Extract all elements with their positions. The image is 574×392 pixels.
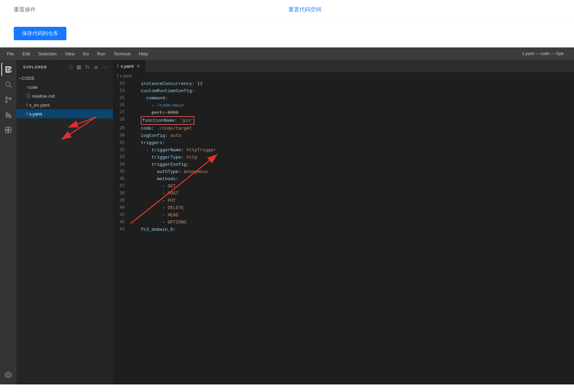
- code-line-42: 42 - OPTIONS: [113, 219, 574, 226]
- reset-link[interactable]: 重置代码空间: [50, 6, 560, 13]
- menu-edit[interactable]: Edit: [19, 50, 33, 58]
- code-line-31: 31 triggers:: [113, 139, 574, 146]
- file-s-en-yaml-label: s_en.yaml: [29, 102, 113, 108]
- svg-point-2: [6, 82, 10, 87]
- save-button[interactable]: 保存代码到仓库: [14, 27, 66, 40]
- menu-selection[interactable]: Selection: [35, 50, 60, 58]
- code-line-28: 28 functionName: 'gin': [113, 116, 574, 125]
- tree-file-s-yaml[interactable]: ! s.yaml: [17, 109, 113, 118]
- window-title: s.yaml — code — Ope: [522, 51, 571, 56]
- file-tree: ▾ CODE › code ⓘ readme.md ! s_en.yaml: [17, 73, 113, 384]
- code-line-41: 41 - HEAD: [113, 211, 574, 219]
- file-readme-label: readme.md: [32, 94, 113, 99]
- svg-point-5: [6, 101, 8, 103]
- code-line-38: 38 - POST: [113, 190, 574, 197]
- editor-area: ! s.yaml ✕ ! s.yaml 23 instanceConcurren…: [113, 60, 574, 384]
- vscode-container: File Edit Selection View Go Run Terminal…: [0, 47, 574, 384]
- sidebar: EXPLORER □ ▦ ↻ ≣ ⋯ ▾ CODE › code: [17, 60, 113, 384]
- menu-view[interactable]: View: [62, 50, 78, 58]
- menu-terminal[interactable]: Terminal: [110, 50, 134, 58]
- run-debug-icon[interactable]: [1, 108, 15, 122]
- menu-bar: File Edit Selection View Go Run Terminal…: [0, 47, 574, 60]
- new-file-icon[interactable]: □: [68, 63, 73, 71]
- code-line-24: 24 customRuntimeConfig:: [113, 87, 574, 95]
- breadcrumb-label: s.yaml: [120, 74, 132, 78]
- chevron-right-icon: ›: [26, 85, 27, 89]
- code-line-39: 39 - PUT: [113, 197, 574, 204]
- sidebar-actions: □ ▦ ↻ ≣ ⋯: [68, 63, 109, 71]
- tab-label: s.yaml: [121, 64, 134, 69]
- tree-file-readme[interactable]: ⓘ readme.md: [17, 91, 113, 100]
- info-icon: ⓘ: [26, 93, 31, 99]
- code-line-43: 43 fc3_domain_0:: [113, 226, 574, 233]
- code-line-32: 32 - triggerName: httpTrigger: [113, 146, 574, 154]
- sidebar-title: EXPLORER: [23, 65, 47, 69]
- more-actions-icon[interactable]: ⋯: [102, 63, 109, 71]
- code-line-33: 33 triggerType: http: [113, 154, 574, 161]
- top-bar: 重置操作 重置代码空间: [0, 0, 574, 20]
- tree-file-s-en-yaml[interactable]: ! s_en.yaml: [17, 100, 113, 109]
- svg-rect-8: [6, 127, 8, 130]
- code-line-27: 27 port: 8000: [113, 109, 574, 116]
- code-line-40: 40 - DELETE: [113, 204, 574, 211]
- svg-rect-10: [6, 130, 8, 133]
- activity-bar: [0, 60, 17, 384]
- code-line-30: 30 logConfig: auto: [113, 132, 574, 139]
- svg-rect-11: [9, 130, 11, 133]
- extensions-icon[interactable]: [1, 123, 15, 137]
- code-line-34: 34 triggerConfig:: [113, 161, 574, 168]
- code-line-37: 37 - GET: [113, 183, 574, 190]
- remote-icon[interactable]: [1, 368, 15, 382]
- tab-close-button[interactable]: ✕: [136, 63, 141, 69]
- refresh-icon[interactable]: ↻: [84, 63, 91, 71]
- new-folder-icon[interactable]: ▦: [75, 63, 82, 71]
- sidebar-header: EXPLORER □ ▦ ↻ ≣ ⋯: [17, 60, 113, 73]
- breadcrumb-icon: !: [117, 74, 118, 78]
- source-control-icon[interactable]: [1, 93, 15, 107]
- exclamation-icon: !: [26, 102, 28, 108]
- tab-s-yaml[interactable]: ! s.yaml ✕: [113, 60, 146, 72]
- code-line-36: 36 methods:: [113, 175, 574, 183]
- tree-folder-code[interactable]: › code: [17, 83, 113, 91]
- code-line-35: 35 authType: anonymous: [113, 168, 574, 175]
- reset-label: 重置操作: [14, 6, 36, 13]
- svg-marker-13: [7, 373, 10, 376]
- menu-go[interactable]: Go: [79, 50, 92, 58]
- action-bar: 保存代码到仓库: [0, 20, 574, 47]
- explorer-icon[interactable]: [1, 63, 15, 76]
- code-editor[interactable]: 23 instanceConcurrency: 12 24 customRunt…: [113, 80, 574, 384]
- root-folder-label: CODE: [22, 76, 113, 81]
- svg-marker-12: [5, 372, 11, 378]
- breadcrumb: ! s.yaml: [113, 72, 574, 80]
- exclamation-icon-selected: !: [26, 111, 28, 117]
- editor-layout: EXPLORER □ ▦ ↻ ≣ ⋯ ▾ CODE › code: [0, 60, 574, 384]
- svg-rect-9: [9, 127, 11, 130]
- search-icon[interactable]: [1, 78, 15, 91]
- menu-run[interactable]: Run: [94, 50, 109, 58]
- chevron-down-icon: ▾: [19, 76, 21, 80]
- tab-bar: ! s.yaml ✕: [113, 60, 574, 72]
- folder-code-label: code: [28, 85, 113, 90]
- svg-line-3: [10, 86, 11, 88]
- menu-help[interactable]: Help: [135, 50, 151, 58]
- code-line-26: 26 - /code/main: [113, 102, 574, 109]
- tab-exclamation-icon: !: [117, 63, 119, 69]
- tree-folder-code-root[interactable]: ▾ CODE: [17, 74, 113, 83]
- code-line-25: 25 command:: [113, 95, 574, 102]
- menu-file[interactable]: File: [3, 50, 18, 58]
- collapse-icon[interactable]: ≣: [93, 63, 99, 71]
- code-line-23: 23 instanceConcurrency: 12: [113, 80, 574, 87]
- code-line-29: 29 code: ./code/target: [113, 125, 574, 132]
- file-s-yaml-label: s.yaml: [29, 111, 113, 117]
